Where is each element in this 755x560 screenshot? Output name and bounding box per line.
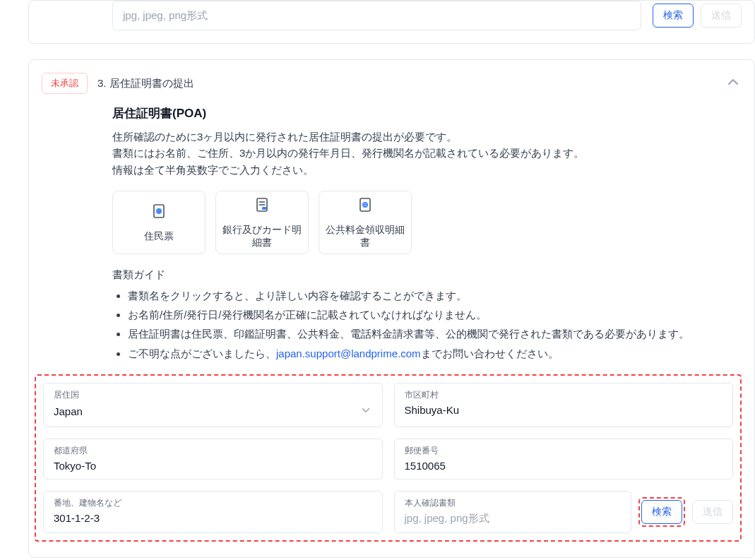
country-value: Japan (54, 405, 83, 417)
guide-list: 書類名をクリックすると、より詳しい内容を確認することができます。 お名前/住所/… (112, 287, 742, 362)
upload-file-display[interactable]: jpg, jpeg, png形式 (112, 1, 641, 30)
search-button-top[interactable]: 検索 (653, 4, 694, 28)
postal-label: 郵便番号 (405, 445, 723, 457)
prefecture-input[interactable]: 都道府県 Tokyo-To (43, 439, 383, 479)
city-label: 市区町村 (405, 389, 723, 401)
guide-item-post: までお問い合わせください。 (421, 347, 559, 359)
postal-value: 1510065 (405, 460, 723, 472)
search-button-highlight: 検索 (638, 497, 685, 527)
guide-title: 書類ガイド (112, 268, 742, 282)
svg-rect-5 (262, 207, 266, 210)
previous-section-panel: jpg, jpeg, png形式 検索 送信 (28, 0, 755, 44)
id-doc-placeholder: jpg, jpeg, png形式 (405, 512, 622, 525)
support-email-link[interactable]: japan.support@landprime.com (276, 347, 421, 359)
upload-placeholder-text: jpg, jpeg, png形式 (123, 9, 208, 23)
submit-button: 送信 (692, 500, 733, 524)
chevron-up-icon[interactable] (725, 73, 742, 93)
postal-input[interactable]: 郵便番号 1510065 (394, 439, 734, 479)
submit-button-top: 送信 (701, 4, 742, 28)
city-value: Shibuya-Ku (405, 404, 723, 416)
id-doc-upload[interactable]: 本人確認書類 jpg, jpeg, png形式 (394, 491, 632, 533)
guide-item: お名前/住所/発行日/発行機関名が正確に記載されていなければなりません。 (128, 306, 742, 323)
guide-item: 書類名をクリックすると、より詳しい内容を確認することができます。 (128, 287, 742, 304)
section-title: 3. 居住証明書の提出 (97, 77, 194, 90)
chevron-down-icon (359, 404, 372, 419)
prefecture-label: 都道府県 (54, 445, 372, 457)
address-label: 番地、建物名など (54, 497, 372, 509)
doc-card-utility-bill[interactable]: 公共料金領収明細書 (319, 191, 412, 254)
country-select[interactable]: 居住国 Japan (43, 383, 383, 427)
poa-description: 住所確認のために3ヶ月以内に発行された居住証明書の提出が必要です。 書類にはお名… (112, 129, 742, 178)
upload-cell: 本人確認書類 jpg, jpeg, png形式 検索 送信 (394, 491, 734, 533)
id-doc-label: 本人確認書類 (405, 497, 622, 509)
poa-heading: 居住証明書(POA) (112, 105, 742, 121)
address-form-highlight: 居住国 Japan 市区町村 Shibuya-Ku (35, 374, 742, 542)
guide-item: ご不明な点がございましたら、japan.support@landprime.co… (128, 345, 742, 362)
status-badge: 未承認 (42, 73, 88, 94)
desc-line-2: 書類にはお名前、ご住所、3か月以内の発行年月日、発行機関名が記載されている必要が… (112, 145, 742, 161)
doc-card-label: 銀行及びカード明細書 (216, 223, 308, 249)
doc-card-juminhyo[interactable]: 住民票 (112, 191, 206, 254)
doc-receipt-icon (357, 196, 374, 216)
address-input[interactable]: 番地、建物名など 301-1-2-3 (43, 491, 383, 533)
doc-card-label: 住民票 (140, 230, 178, 242)
guide-item-pre: ご不明な点がございましたら、 (128, 347, 276, 359)
search-button[interactable]: 検索 (641, 500, 682, 524)
doc-card-label: 公共料金領収明細書 (319, 223, 411, 249)
city-input[interactable]: 市区町村 Shibuya-Ku (394, 383, 734, 427)
poa-section-panel: 未承認 3. 居住証明書の提出 居住証明書(POA) 住所確認のために3ヶ月以内… (28, 59, 755, 558)
address-value: 301-1-2-3 (54, 512, 372, 524)
document-type-cards: 住民票 銀行及びカード明細書 公共料金領収明細書 (112, 191, 742, 254)
desc-line-3: 情報は全て半角英数字でご入力ください。 (112, 162, 742, 178)
doc-card-icon (254, 196, 271, 216)
guide-item: 居住証明書は住民票、印鑑証明書、公共料金、電話料金請求書等、公的機関で発行された… (128, 326, 742, 342)
section-header[interactable]: 未承認 3. 居住証明書の提出 (42, 73, 742, 94)
prefecture-value: Tokyo-To (54, 460, 372, 472)
desc-line-1: 住所確認のために3ヶ月以内に発行された居住証明書の提出が必要です。 (112, 129, 742, 145)
doc-globe-icon (150, 203, 167, 222)
doc-card-bank-statement[interactable]: 銀行及びカード明細書 (215, 191, 309, 254)
country-label: 居住国 (54, 389, 372, 401)
